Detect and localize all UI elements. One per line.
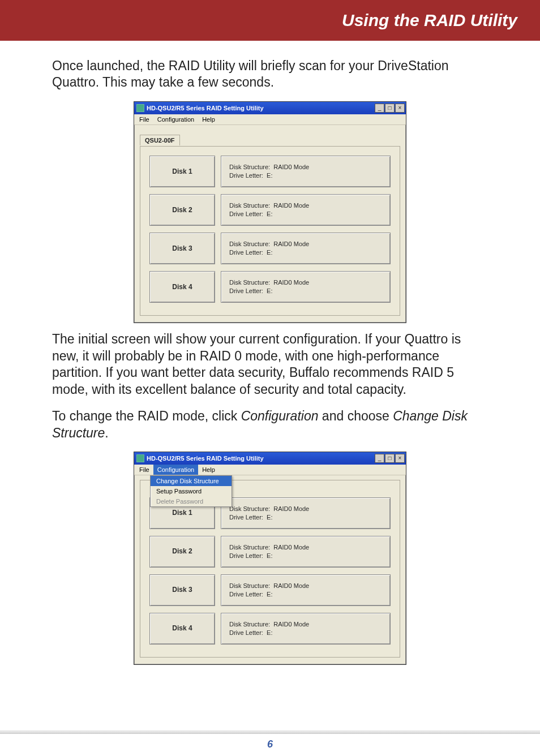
minimize-button[interactable]: _ xyxy=(375,454,384,463)
disk-info: Disk Structure: RAID0 Mode Drive Letter:… xyxy=(221,194,391,226)
footer-divider xyxy=(0,731,540,734)
drive-letter-line: Drive Letter: E: xyxy=(229,210,382,218)
menu-change-disk-structure[interactable]: Change Disk Structure xyxy=(151,476,232,486)
disk-label: Disk 3 xyxy=(149,574,215,606)
drive-letter-line: Drive Letter: E: xyxy=(229,590,382,599)
disk-label: Disk 1 xyxy=(149,156,215,187)
disk-info: Disk Structure: RAID0 Mode Drive Letter:… xyxy=(221,156,391,187)
menu-help[interactable]: Help xyxy=(198,465,219,475)
menu-file[interactable]: File xyxy=(135,114,153,124)
disk-structure-line: Disk Structure: RAID0 Mode xyxy=(229,201,382,210)
disk-structure-line: Disk Structure: RAID0 Mode xyxy=(229,620,382,629)
menu-file[interactable]: File xyxy=(135,465,153,475)
disk-label: Disk 2 xyxy=(149,194,215,226)
raid-utility-window-1: HD-QSU2/R5 Series RAID Setting Utility _… xyxy=(134,101,406,323)
window-controls: _ □ × xyxy=(375,104,405,113)
disk-row: Disk 2 Disk Structure: RAID0 Mode Drive … xyxy=(149,536,391,568)
paragraph-1: Once launched, the RAID Utility will bri… xyxy=(52,58,488,91)
disk-row: Disk 3 Disk Structure: RAID0 Mode Drive … xyxy=(149,233,391,264)
drive-letter-line: Drive Letter: E: xyxy=(229,513,382,522)
disk-structure-line: Disk Structure: RAID0 Mode xyxy=(229,505,382,513)
paragraph-3: To change the RAID mode, click Configura… xyxy=(52,408,488,441)
tab-device[interactable]: QSU2-00F xyxy=(140,135,180,145)
disk-info: Disk Structure: RAID0 Mode Drive Letter:… xyxy=(221,536,391,568)
drive-letter-line: Drive Letter: E: xyxy=(229,287,382,295)
maximize-button[interactable]: □ xyxy=(385,104,395,113)
disk-info: Disk Structure: RAID0 Mode Drive Letter:… xyxy=(221,613,391,645)
raid-utility-window-2: HD-QSU2/R5 Series RAID Setting Utility _… xyxy=(134,452,406,665)
app-icon xyxy=(136,454,144,462)
page-header: Using the RAID Utility xyxy=(0,0,540,41)
client-area: QSU2-00F Disk 1 Disk Structure: RAID0 Mo… xyxy=(134,125,406,323)
menu-configuration[interactable]: Configuration xyxy=(153,114,198,124)
close-button[interactable]: × xyxy=(395,454,405,463)
disk-row: Disk 3 Disk Structure: RAID0 Mode Drive … xyxy=(149,574,391,606)
disk-structure-line: Disk Structure: RAID0 Mode xyxy=(229,582,382,590)
drive-letter-line: Drive Letter: E: xyxy=(229,248,382,257)
disk-structure-line: Disk Structure: RAID0 Mode xyxy=(229,278,382,287)
paragraph-2: The initial screen will show your curren… xyxy=(52,331,488,398)
disk-row: Disk 1 Disk Structure: RAID0 Mode Drive … xyxy=(149,156,391,187)
disk-label: Disk 2 xyxy=(149,536,215,568)
close-button[interactable]: × xyxy=(395,104,405,113)
titlebar: HD-QSU2/R5 Series RAID Setting Utility _… xyxy=(134,452,406,465)
minimize-button[interactable]: _ xyxy=(375,104,384,113)
disk-label: Disk 3 xyxy=(149,233,215,264)
window-title: HD-QSU2/R5 Series RAID Setting Utility xyxy=(147,454,375,462)
menubar: File Configuration Help Change Disk Stru… xyxy=(134,465,406,475)
tabset: QSU2-00F Disk 1 Disk Structure: RAID0 Mo… xyxy=(140,130,400,316)
disk-row: Disk 2 Disk Structure: RAID0 Mode Drive … xyxy=(149,194,391,226)
disk-structure-line: Disk Structure: RAID0 Mode xyxy=(229,163,382,171)
maximize-button[interactable]: □ xyxy=(385,454,395,463)
disk-info: Disk Structure: RAID0 Mode Drive Letter:… xyxy=(221,233,391,264)
disk-label: Disk 4 xyxy=(149,613,215,645)
tab-panel: Disk 1 Disk Structure: RAID0 Mode Drive … xyxy=(140,146,400,316)
window-controls: _ □ × xyxy=(375,454,405,463)
disk-structure-line: Disk Structure: RAID0 Mode xyxy=(229,240,382,248)
disk-info: Disk Structure: RAID0 Mode Drive Letter:… xyxy=(221,497,391,529)
menubar: File Configuration Help xyxy=(134,114,406,125)
page-footer: 6 xyxy=(0,731,540,750)
disk-row: Disk 4 Disk Structure: RAID0 Mode Drive … xyxy=(149,613,391,645)
menu-setup-password[interactable]: Setup Password xyxy=(151,486,232,496)
app-icon xyxy=(136,104,144,112)
disk-row: Disk 4 Disk Structure: RAID0 Mode Drive … xyxy=(149,271,391,303)
drive-letter-line: Drive Letter: E: xyxy=(229,552,382,560)
window-title: HD-QSU2/R5 Series RAID Setting Utility xyxy=(147,104,375,112)
page-body: Once launched, the RAID Utility will bri… xyxy=(0,41,540,665)
drive-letter-line: Drive Letter: E: xyxy=(229,629,382,637)
menu-delete-password: Delete Password xyxy=(151,496,232,506)
disk-structure-line: Disk Structure: RAID0 Mode xyxy=(229,543,382,552)
disk-info: Disk Structure: RAID0 Mode Drive Letter:… xyxy=(221,574,391,606)
menu-configuration[interactable]: Configuration xyxy=(153,465,198,475)
drive-letter-line: Drive Letter: E: xyxy=(229,171,382,180)
configuration-dropdown: Change Disk Structure Setup Password Del… xyxy=(150,475,232,507)
titlebar: HD-QSU2/R5 Series RAID Setting Utility _… xyxy=(134,102,406,114)
disk-label: Disk 4 xyxy=(149,271,215,303)
disk-info: Disk Structure: RAID0 Mode Drive Letter:… xyxy=(221,271,391,303)
page-number: 6 xyxy=(267,738,273,750)
menu-help[interactable]: Help xyxy=(198,114,219,124)
page-title: Using the RAID Utility xyxy=(342,11,517,30)
